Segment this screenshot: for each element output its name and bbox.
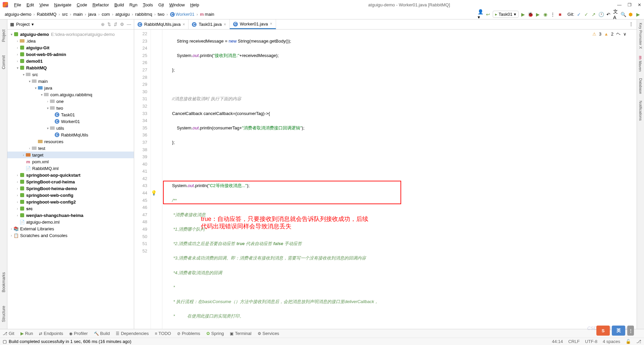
readonly-icon[interactable]: 🔓: [626, 339, 631, 344]
tool-project[interactable]: Project: [1, 30, 6, 42]
menu-tools[interactable]: Tools: [141, 2, 155, 8]
attach-icon[interactable]: ⋮: [550, 12, 555, 17]
tree-boot-web[interactable]: boot-web-05-admin: [26, 52, 66, 57]
tree-wenjian[interactable]: wenjian-shangchuan-heima: [26, 213, 83, 218]
project-tree[interactable]: ▾atguigu-demoE:\idea-workspace\atguigu-d…: [7, 30, 134, 329]
menu-window[interactable]: Window: [167, 2, 187, 8]
crumb-3[interactable]: main: [72, 12, 84, 17]
crumb-2[interactable]: src: [61, 12, 69, 17]
tree-src2[interactable]: src: [26, 206, 33, 211]
tree-worker01[interactable]: Worker01: [61, 119, 80, 124]
coverage-icon[interactable]: ▶: [535, 12, 541, 17]
tab-1[interactable]: Task01.java×: [189, 19, 230, 29]
tree-src[interactable]: src: [32, 72, 38, 77]
tool-maven[interactable]: m Maven: [638, 56, 643, 72]
tool-notifications[interactable]: Notifications: [639, 101, 643, 121]
status-icon[interactable]: ▢: [3, 339, 7, 344]
tree-iml[interactable]: RabbitMQ.iml: [32, 166, 59, 171]
git-commit-icon[interactable]: ✓: [584, 12, 589, 17]
tree-utils[interactable]: utils: [56, 126, 64, 131]
tool-commit[interactable]: Commit: [1, 55, 6, 69]
bt-problems[interactable]: ⊘ Problems: [177, 331, 200, 336]
tree-sb-heima[interactable]: SpringBoot-heima-demo: [26, 186, 77, 191]
tree-root[interactable]: atguigu-demo: [20, 32, 49, 37]
tree-scratches[interactable]: Scratches and Consoles: [20, 233, 67, 238]
run-anything-icon[interactable]: ▶: [635, 12, 641, 17]
bt-git[interactable]: ⎇ Git: [3, 331, 14, 336]
tree-ext-lib[interactable]: External Libraries: [20, 226, 54, 231]
tree-pkg[interactable]: com.atguigu.rabbitmq: [50, 92, 92, 97]
tree-idea[interactable]: .idea: [26, 39, 36, 44]
tree-sb-web[interactable]: springboot-web-config: [26, 193, 73, 198]
tree-demo01[interactable]: demo01: [26, 59, 43, 64]
crumb-7[interactable]: rabbitmq: [134, 12, 154, 17]
bt-run[interactable]: ▶ Run: [20, 331, 33, 336]
intention-bulb-icon[interactable]: 💡: [151, 189, 158, 197]
crumb-1[interactable]: RabbitMQ: [36, 12, 58, 17]
tab-menu-icon[interactable]: ⋮: [629, 21, 633, 26]
tree-one[interactable]: one: [56, 99, 64, 104]
search-icon[interactable]: 🔍: [621, 12, 626, 17]
menu-edit[interactable]: Edit: [24, 2, 36, 8]
ime-icon[interactable]: S: [596, 326, 610, 336]
menu-view[interactable]: View: [37, 2, 51, 8]
tree-utils-class[interactable]: RabbitMqUtils: [61, 132, 88, 137]
crumb-6[interactable]: atguigu: [114, 12, 131, 17]
tab-0[interactable]: RabbitMqUtils.java×: [134, 19, 189, 29]
translate-icon[interactable]: 文A: [613, 12, 619, 17]
branch-icon[interactable]: ⎇: [636, 339, 641, 344]
run-icon[interactable]: ▶: [521, 12, 526, 17]
tree-sb-crud[interactable]: SpringBoot-crud-heima: [26, 179, 75, 184]
stop-icon[interactable]: ■: [557, 12, 563, 17]
tree-demo-iml[interactable]: atguigu-demo.iml: [26, 220, 60, 225]
maximize-icon[interactable]: ❐: [628, 2, 632, 7]
menu-build[interactable]: Build: [112, 2, 126, 8]
menu-file[interactable]: File: [12, 2, 23, 8]
bt-endpoints[interactable]: ⇄ Endpoints: [39, 331, 63, 336]
debug-icon[interactable]: 🐞: [528, 12, 533, 17]
run-config-select[interactable]: ▸Task01 ▾: [493, 11, 519, 18]
menu-navigate[interactable]: Navigate: [52, 2, 73, 8]
bt-deps[interactable]: ☰ Dependencies: [116, 331, 149, 336]
settings-icon[interactable]: ⚙: [120, 22, 124, 27]
tool-database[interactable]: Database: [639, 78, 643, 94]
tab-2[interactable]: Worker01.java×: [230, 19, 276, 29]
tree-main[interactable]: main: [38, 79, 48, 84]
bt-todo[interactable]: ≡ TODO: [155, 331, 171, 336]
hide-icon[interactable]: —: [127, 22, 131, 27]
git-rollback-icon[interactable]: ↶: [606, 12, 611, 17]
ime-tools-icon[interactable]: ⋮: [627, 326, 634, 336]
user-icon[interactable]: 👤▾: [478, 12, 483, 17]
close-icon[interactable]: ✕: [638, 2, 641, 7]
bt-build[interactable]: 🔨 Build: [94, 331, 110, 336]
tree-rabbitmq[interactable]: RabbitMQ: [26, 65, 47, 70]
menu-help[interactable]: Help: [188, 2, 201, 8]
crumb-10[interactable]: mmain: [199, 12, 216, 17]
tree-atguigu-git[interactable]: atguigu-Git: [26, 45, 49, 50]
ide-icon[interactable]: ⬢: [628, 12, 633, 17]
tree-java[interactable]: java: [44, 85, 52, 91]
back-icon[interactable]: ↩: [485, 12, 491, 17]
close-tab-icon[interactable]: ×: [182, 22, 185, 27]
locate-icon[interactable]: ⊕: [101, 22, 105, 27]
tree-two[interactable]: two: [56, 106, 63, 111]
bt-spring[interactable]: ✿ Spring: [206, 331, 224, 336]
tree-pom[interactable]: pom.xml: [32, 159, 49, 164]
indent[interactable]: 4 spaces: [603, 339, 620, 344]
tree-test[interactable]: test: [38, 146, 45, 151]
lang-icon[interactable]: 英: [612, 326, 625, 336]
bt-services[interactable]: ⚙ Services: [258, 331, 279, 336]
expand-icon[interactable]: ⇅: [107, 22, 111, 27]
crumb-8[interactable]: two: [156, 12, 166, 17]
tool-bookmarks[interactable]: Bookmarks: [1, 272, 6, 292]
close-tab-icon[interactable]: ×: [224, 22, 226, 27]
tree-sb-web2[interactable]: springboot-web-config2: [26, 199, 76, 205]
crumb-9[interactable]: Worker01: [169, 12, 196, 17]
bt-terminal[interactable]: ▣ Terminal: [230, 331, 251, 336]
tree-sb-aop[interactable]: springboot-aop-quickstart: [26, 173, 80, 178]
menu-code[interactable]: Code: [75, 2, 89, 8]
line-sep[interactable]: CRLF: [568, 339, 580, 344]
menu-run[interactable]: Run: [127, 2, 140, 8]
tree-task01[interactable]: Task01: [61, 112, 75, 117]
git-update-icon[interactable]: ✓: [576, 12, 582, 17]
